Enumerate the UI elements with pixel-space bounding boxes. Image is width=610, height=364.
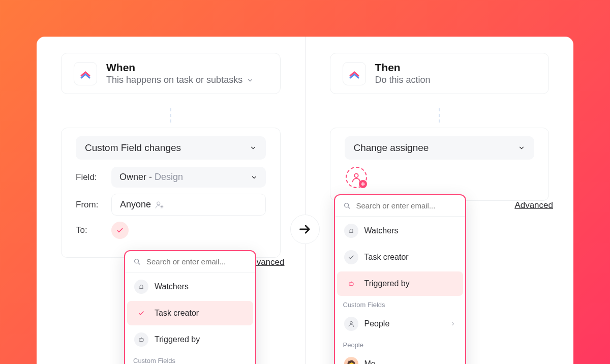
- dropdown-search-row: [125, 251, 255, 272]
- field-value-owner: Owner -: [119, 172, 155, 182]
- dropdown-item-label: Triggered by: [155, 335, 200, 344]
- check-icon: [116, 226, 124, 234]
- dropdown-item-watchers[interactable]: Watchers: [337, 219, 463, 243]
- connector-line: [439, 108, 440, 123]
- robot-icon: [134, 332, 148, 347]
- field-value-design: Design: [155, 172, 183, 182]
- dropdown-section-people: People: [335, 338, 465, 350]
- svg-rect-10: [349, 283, 353, 286]
- dropdown-search-input[interactable]: [356, 201, 457, 210]
- dropdown-search-row: [335, 195, 465, 217]
- trigger-card: Custom Field changes Field: Owner - Desi…: [61, 128, 281, 258]
- then-subtitle: Do this action: [375, 75, 431, 85]
- dropdown-item-triggered-by[interactable]: Triggered by: [337, 271, 463, 296]
- bell-icon: [344, 224, 358, 238]
- dropdown-item-label: Triggered by: [364, 279, 410, 288]
- search-icon: [133, 258, 141, 266]
- dropdown-item-label: Task creator: [155, 309, 199, 318]
- flow-arrow-icon: [290, 215, 320, 244]
- from-value: Anyone: [120, 199, 151, 210]
- to-label: To:: [76, 225, 102, 235]
- then-column: Then Do this action Change assignee Adva…: [306, 37, 574, 364]
- from-row: From: Anyone: [76, 194, 266, 216]
- advanced-link[interactable]: Advanced: [514, 200, 553, 210]
- to-selected-chip[interactable]: [111, 222, 129, 239]
- when-subtitle: This happens on task or subtasks: [106, 75, 242, 85]
- field-select[interactable]: Owner - Design: [111, 167, 266, 188]
- person-icon: [344, 317, 358, 331]
- svg-point-11: [350, 284, 350, 284]
- clickup-logo-icon: [74, 62, 97, 85]
- svg-point-2: [135, 259, 139, 263]
- dropdown-item-triggered-by[interactable]: Triggered by: [127, 327, 253, 352]
- plus-icon: [359, 180, 367, 188]
- from-label: From:: [76, 200, 102, 210]
- chevron-right-icon: [450, 321, 456, 327]
- dropdown-item-label: Task creator: [364, 253, 409, 262]
- check-icon: [134, 306, 148, 320]
- when-title: When: [106, 62, 254, 74]
- field-row: Field: Owner - Design: [76, 167, 266, 188]
- when-column: When This happens on task or subtasks Cu…: [37, 37, 305, 364]
- clickup-logo-icon: [343, 62, 366, 85]
- svg-point-12: [352, 284, 352, 284]
- to-row: To:: [76, 222, 266, 239]
- bell-icon: [134, 280, 148, 294]
- dropdown-section-custom-fields: Custom Fields: [125, 354, 255, 364]
- svg-point-9: [344, 203, 348, 207]
- chevron-down-icon: [251, 174, 258, 181]
- to-dropdown: Watchers Task creator Triggered by Custo…: [124, 250, 256, 364]
- dropdown-item-task-creator[interactable]: Task creator: [337, 245, 463, 269]
- dropdown-item-label: Watchers: [155, 282, 189, 291]
- svg-point-8: [354, 174, 358, 177]
- trigger-type-select[interactable]: Custom Field changes: [76, 136, 266, 160]
- connector-line: [170, 108, 171, 123]
- dropdown-item-task-creator[interactable]: Task creator: [127, 301, 253, 325]
- dropdown-item-people[interactable]: People: [337, 312, 463, 336]
- dropdown-item-label: Watchers: [364, 226, 399, 235]
- chevron-down-icon: [518, 144, 525, 151]
- assignee-dropdown: Watchers Task creator Triggered by Custo…: [334, 194, 466, 364]
- dropdown-item-label: People: [364, 319, 390, 328]
- action-type-select[interactable]: Change assignee: [345, 136, 535, 160]
- then-header-card: Then Do this action: [330, 53, 550, 94]
- svg-point-5: [142, 340, 142, 340]
- when-subtitle-row[interactable]: This happens on task or subtasks: [106, 75, 254, 85]
- dropdown-search-input[interactable]: [146, 257, 247, 266]
- action-card: Change assignee: [330, 128, 550, 201]
- check-icon: [344, 250, 358, 264]
- action-type-label: Change assignee: [354, 142, 429, 154]
- trigger-type-label: Custom Field changes: [85, 142, 181, 154]
- avatar: 🧑: [344, 357, 358, 364]
- when-header-card: When This happens on task or subtasks: [61, 53, 281, 94]
- svg-point-0: [157, 202, 160, 205]
- add-assignee-button[interactable]: [346, 167, 367, 188]
- add-person-icon: [155, 200, 164, 209]
- chevron-down-icon: [247, 77, 254, 84]
- then-title: Then: [375, 62, 431, 74]
- dropdown-item-label: Me: [364, 359, 376, 364]
- dropdown-section-custom-fields: Custom Fields: [335, 298, 465, 310]
- dropdown-item-me[interactable]: 🧑 Me: [337, 352, 463, 364]
- automation-canvas: When This happens on task or subtasks Cu…: [37, 37, 573, 364]
- svg-point-13: [350, 321, 352, 324]
- field-label: Field:: [76, 172, 102, 183]
- svg-point-4: [140, 340, 141, 340]
- robot-icon: [344, 277, 358, 291]
- svg-rect-3: [139, 339, 143, 342]
- dropdown-item-watchers[interactable]: Watchers: [127, 275, 253, 299]
- chevron-down-icon: [250, 144, 257, 151]
- search-icon: [343, 202, 351, 210]
- from-select[interactable]: Anyone: [111, 194, 266, 216]
